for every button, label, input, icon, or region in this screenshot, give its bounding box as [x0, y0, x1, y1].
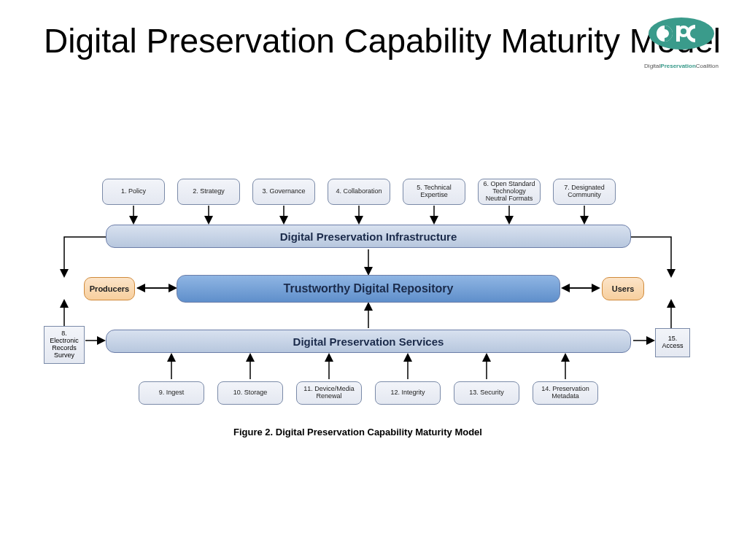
box-access: 15. Access: [655, 328, 690, 357]
box-ingest: 9. Ingest: [139, 381, 204, 405]
box-technical-expertise: 5. Technical Expertise: [403, 179, 465, 205]
dpc-logo-icon: [641, 15, 721, 58]
box-electronic-records-survey: 8. Electronic Records Survey: [44, 326, 85, 364]
bar-repository: Trustworthy Digital Repository: [177, 275, 560, 303]
box-preservation-metadata: 14. Preservation Metadata: [533, 381, 598, 405]
box-device-media-renewal: 11. Device/Media Renewal: [296, 381, 362, 405]
svg-point-4: [681, 28, 686, 34]
bar-infrastructure: Digital Preservation Infrastructure: [106, 225, 631, 248]
figure-caption: Figure 2. Digital Preservation Capabilit…: [233, 427, 482, 438]
box-users: Users: [602, 277, 644, 300]
box-governance: 3. Governance: [252, 179, 315, 205]
dpc-logo: DigitalPreservationCoalition: [641, 15, 721, 69]
box-security: 13. Security: [454, 381, 519, 405]
page-title: Digital Preservation Capability Maturity…: [44, 22, 721, 61]
box-integrity: 12. Integrity: [375, 381, 441, 405]
box-collaboration: 4. Collaboration: [328, 179, 390, 205]
bar-services: Digital Preservation Services: [106, 330, 631, 353]
box-strategy: 2. Strategy: [177, 179, 240, 205]
box-storage: 10. Storage: [217, 381, 283, 405]
box-designated-community: 7. Designated Community: [553, 179, 616, 205]
box-open-standard: 6. Open Standard Technology Neutral Form…: [478, 179, 541, 205]
box-policy: 1. Policy: [102, 179, 165, 205]
logo-text: DigitalPreservationCoalition: [641, 63, 721, 69]
maturity-model-diagram: 1. Policy 2. Strategy 3. Governance 4. C…: [44, 179, 700, 470]
box-producers: Producers: [84, 277, 135, 300]
